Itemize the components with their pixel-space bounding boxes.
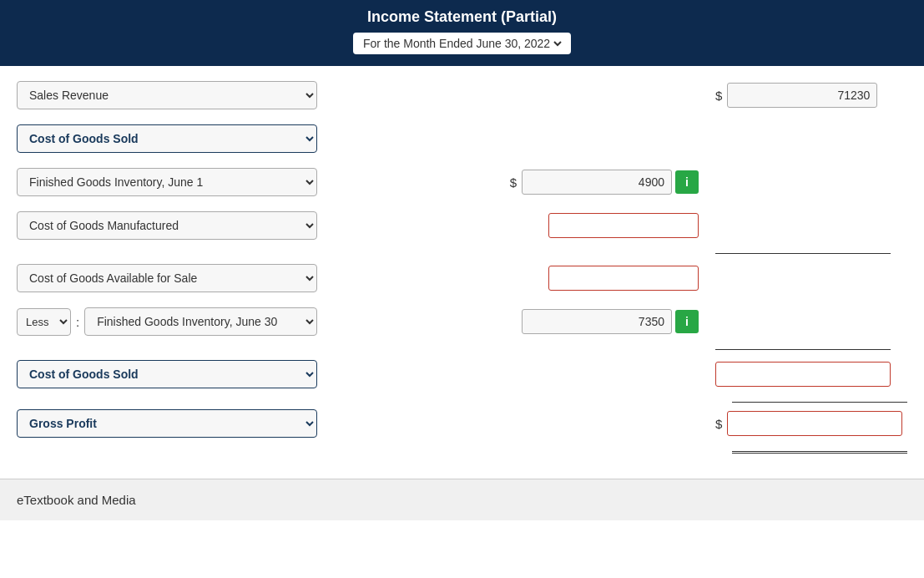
main-content: Sales Revenue $ Cost of Goods Sold Finis…: [0, 66, 924, 470]
finished-goods-june1-mid: $ i: [317, 170, 715, 195]
cogas-label-col: Cost of Goods Available for Sale: [17, 264, 317, 292]
gross-profit-right: $: [715, 411, 907, 436]
cogs-header-dropdown[interactable]: Cost of Goods Sold: [17, 124, 317, 153]
finished-goods-june1-dropdown[interactable]: Finished Goods Inventory, June 1: [17, 168, 317, 196]
gross-profit-label-col: Gross Profit: [17, 409, 317, 438]
gross-profit-dropdown[interactable]: Gross Profit: [17, 409, 317, 438]
less-row-mid: i: [317, 309, 715, 334]
cogas-row: Cost of Goods Available for Sale: [17, 262, 907, 294]
less-dropdown[interactable]: Less: [17, 308, 71, 336]
sales-revenue-dollar: $: [715, 89, 722, 103]
finished-goods-june30-dropdown[interactable]: Finished Goods Inventory, June 30: [84, 307, 317, 336]
less-separator: [715, 349, 891, 350]
cogm-input[interactable]: [548, 213, 699, 238]
less-row: Less : Finished Goods Inventory, June 30…: [17, 306, 907, 337]
finished-goods-june1-label-col: Finished Goods Inventory, June 1: [17, 168, 317, 196]
gross-profit-separator-wrap: [17, 451, 907, 454]
period-select[interactable]: For the Month Ended June 30, 2022: [360, 36, 564, 51]
footer: eTextbook and Media: [0, 479, 924, 520]
finished-goods-june1-input[interactable]: [522, 170, 672, 195]
cogas-mid: [317, 266, 715, 291]
sales-revenue-row: Sales Revenue $: [17, 79, 907, 111]
cogm-row: Cost of Goods Manufactured: [17, 210, 907, 241]
less-row-label: Less : Finished Goods Inventory, June 30: [17, 307, 317, 336]
finished-goods-june30-info-btn[interactable]: i: [675, 310, 699, 333]
page-header: Income Statement (Partial) For the Month…: [0, 0, 924, 66]
cogas-input[interactable]: [548, 266, 699, 291]
less-separator-wrap: [317, 349, 907, 350]
period-select-wrap[interactable]: For the Month Ended June 30, 2022: [353, 33, 571, 54]
cogs-separator: [732, 402, 907, 403]
less-colon: :: [76, 315, 79, 329]
gross-profit-dollar: $: [715, 417, 722, 431]
cogs-separator-wrap: [17, 402, 907, 403]
cogm-label-col: Cost of Goods Manufactured: [17, 211, 317, 240]
sales-revenue-dropdown[interactable]: Sales Revenue: [17, 81, 317, 109]
finished-goods-june1-dollar: $: [510, 175, 517, 190]
sales-revenue-label-col: Sales Revenue: [17, 81, 317, 109]
cogs-row: Cost of Goods Sold: [17, 358, 907, 390]
gross-profit-input[interactable]: [727, 411, 902, 436]
cogm-dropdown[interactable]: Cost of Goods Manufactured: [17, 211, 317, 240]
cogm-separator-wrap: [317, 253, 907, 254]
footer-label: eTextbook and Media: [17, 493, 136, 507]
cogs-input[interactable]: [715, 362, 891, 387]
cogas-dropdown[interactable]: Cost of Goods Available for Sale: [17, 264, 317, 292]
cogs-header-row: Cost of Goods Sold: [17, 123, 907, 155]
cogs-label-col: Cost of Goods Sold: [17, 360, 317, 388]
cogm-separator: [715, 253, 891, 254]
cogs-dropdown[interactable]: Cost of Goods Sold: [17, 360, 317, 388]
sales-revenue-right: $: [715, 83, 907, 108]
cogm-mid: [317, 213, 715, 238]
page-title: Income Statement (Partial): [0, 8, 924, 26]
sales-revenue-input[interactable]: [727, 83, 877, 108]
cogs-header-label-col: Cost of Goods Sold: [17, 124, 317, 153]
cogs-right: [715, 362, 907, 387]
gross-profit-row: Gross Profit $: [17, 408, 907, 439]
gross-profit-double-line: [732, 451, 907, 454]
finished-goods-june1-row: Finished Goods Inventory, June 1 $ i: [17, 166, 907, 198]
finished-goods-june1-info-btn[interactable]: i: [675, 170, 699, 194]
finished-goods-june30-input[interactable]: [522, 309, 672, 334]
